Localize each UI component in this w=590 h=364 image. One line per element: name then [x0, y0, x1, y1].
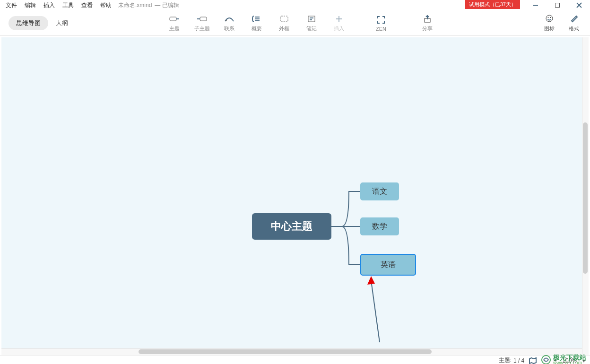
tool-subtopic-label: 子主题: [194, 25, 210, 32]
document-filename: 未命名.xmind: [118, 1, 152, 9]
document-state: — 已编辑: [155, 1, 179, 9]
tool-note[interactable]: 笔记: [298, 14, 325, 32]
map-icon: [529, 357, 537, 364]
watermark-logo-icon: [541, 355, 551, 364]
format-brush-icon: [570, 14, 578, 24]
boundary-icon: [279, 14, 289, 24]
tool-relationship-label: 联系: [224, 25, 234, 32]
share-icon: [423, 14, 432, 24]
central-topic-node[interactable]: 中心主题: [252, 213, 331, 240]
watermark: 极光下载站 www.xz7.com: [541, 354, 586, 364]
menu-insert[interactable]: 插入: [40, 0, 59, 10]
svg-point-20: [548, 17, 549, 18]
tool-boundary-label: 外框: [279, 25, 289, 32]
menu-edit[interactable]: 编辑: [21, 0, 40, 10]
tool-summary-label: 概要: [252, 25, 262, 32]
menu-tools[interactable]: 工具: [59, 0, 78, 10]
smiley-icon: [545, 14, 554, 24]
tool-zen[interactable]: ZEN: [370, 15, 392, 32]
status-topic-value: 1 / 4: [513, 357, 524, 364]
svg-rect-1: [555, 3, 560, 8]
view-toggle: 思维导图 大纲: [9, 16, 76, 30]
topic-icon: [169, 14, 180, 24]
mindmap-canvas[interactable]: 中心主题 语文 数学 英语: [1, 37, 589, 355]
summary-icon: [252, 14, 261, 24]
sub-topic-text-2: 英语: [381, 260, 396, 270]
insert-icon: [335, 14, 343, 24]
window-controls: [525, 0, 590, 10]
tool-icons-label: 图标: [544, 25, 555, 32]
toolbar: 思维导图 大纲 主题 子主题 联系 概要: [0, 10, 590, 36]
svg-point-21: [550, 17, 551, 18]
svg-rect-4: [170, 17, 176, 21]
title-bar: 文件 编辑 插入 工具 查看 帮助 未命名.xmind — 已编辑 试用模式（已…: [0, 0, 590, 10]
horizontal-scrollbar[interactable]: [1, 348, 582, 355]
svg-rect-6: [200, 17, 207, 21]
tool-share[interactable]: 分享: [416, 14, 439, 32]
sub-topic-node-0[interactable]: 语文: [360, 182, 399, 200]
central-topic-text: 中心主题: [271, 219, 312, 234]
toolbar-right-group: 图标 格式: [537, 10, 586, 36]
vertical-scrollbar[interactable]: [582, 37, 589, 355]
svg-rect-12: [280, 16, 288, 22]
watermark-url: www.xz7.com: [553, 361, 586, 364]
view-mindmap-tab[interactable]: 思维导图: [9, 16, 48, 30]
outline-icon-button[interactable]: [529, 357, 537, 364]
toolbar-presence-group: ZEN 分享: [370, 10, 439, 36]
menu-file[interactable]: 文件: [2, 0, 21, 10]
subtopic-icon: [197, 14, 207, 24]
sub-topic-node-1[interactable]: 数学: [360, 217, 399, 235]
tool-insert-label: 插入: [334, 25, 344, 32]
tool-icons[interactable]: 图标: [537, 10, 562, 36]
trial-badge: 试用模式（已37天）: [465, 0, 520, 9]
window-maximize-button[interactable]: [547, 0, 568, 10]
tool-insert[interactable]: 插入: [325, 14, 353, 32]
watermark-brand: 极光下载站: [553, 354, 586, 361]
vertical-scrollbar-thumb[interactable]: [583, 122, 588, 274]
tool-format-label: 格式: [569, 25, 579, 32]
svg-point-24: [542, 355, 550, 364]
horizontal-scrollbar-thumb[interactable]: [139, 349, 432, 354]
svg-point-19: [546, 15, 553, 22]
connector-lines: [1, 37, 589, 355]
toolbar-main-group: 主题 子主题 联系 概要 外框: [161, 14, 353, 32]
status-topic-label: 主题:: [499, 356, 512, 364]
window-minimize-button[interactable]: [525, 0, 547, 10]
window-close-button[interactable]: [568, 0, 590, 10]
relationship-icon: [224, 14, 234, 24]
sub-topic-node-2[interactable]: 英语: [360, 254, 416, 276]
tool-relationship[interactable]: 联系: [216, 14, 243, 32]
tool-note-label: 笔记: [306, 25, 317, 32]
tool-summary[interactable]: 概要: [243, 14, 270, 32]
sub-topic-text-0: 语文: [372, 187, 387, 197]
status-topic-count: 主题: 1 / 4: [499, 356, 525, 364]
tool-topic[interactable]: 主题: [161, 14, 188, 32]
note-icon: [307, 14, 316, 24]
view-outline-tab[interactable]: 大纲: [48, 16, 76, 30]
sub-topic-text-1: 数学: [372, 222, 387, 232]
tool-topic-label: 主题: [169, 25, 180, 32]
tool-format[interactable]: 格式: [562, 10, 586, 36]
tool-share-label: 分享: [422, 25, 433, 32]
svg-rect-13: [308, 16, 315, 22]
tool-boundary[interactable]: 外框: [270, 14, 298, 32]
tool-subtopic[interactable]: 子主题: [188, 14, 216, 32]
status-bar: 主题: 1 / 4 − + 100% ▾ 极光下载站 www.xz7.com: [0, 355, 590, 364]
tool-zen-label: ZEN: [376, 26, 386, 32]
menu-help[interactable]: 帮助: [96, 0, 115, 10]
zen-icon: [377, 15, 385, 25]
menu-view[interactable]: 查看: [78, 0, 96, 10]
